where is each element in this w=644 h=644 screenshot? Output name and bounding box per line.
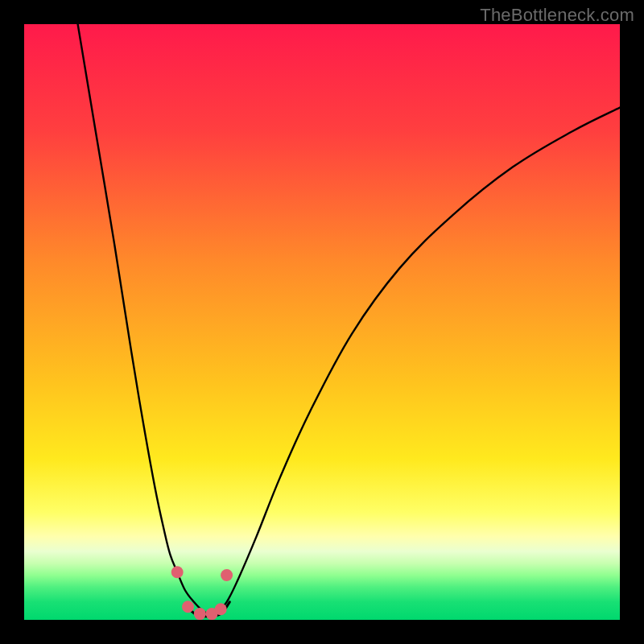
chart-svg [24,24,620,620]
highlight-marker [182,601,194,613]
curve-right-branch [215,108,620,615]
highlight-marker [171,566,184,578]
highlight-marker [194,608,206,620]
curve-left-branch [78,24,213,615]
highlight-marker [215,603,227,615]
highlight-marker [221,569,233,581]
curve-group [78,24,620,617]
watermark-text: TheBottleneck.com [480,5,634,26]
marker-group [171,566,233,620]
